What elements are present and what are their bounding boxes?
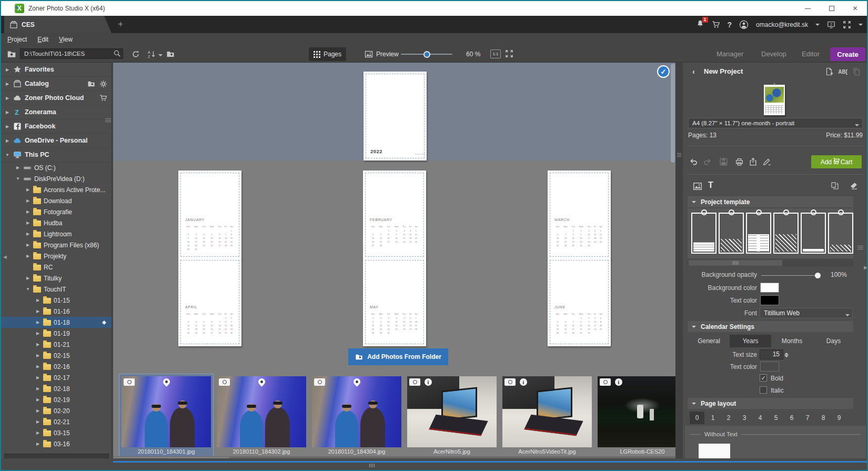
sort-chevron-icon[interactable] xyxy=(158,54,163,58)
tree-expander-icon[interactable]: ▶ xyxy=(35,364,41,369)
mode-manager[interactable]: Manager xyxy=(716,50,743,58)
photo-image[interactable] xyxy=(598,376,675,447)
one-to-one-button[interactable]: 1:1 xyxy=(490,49,501,58)
back-chevron-icon[interactable]: ‹ xyxy=(692,67,695,76)
tree-expander-icon[interactable]: ▶ xyxy=(35,397,41,402)
redo-icon[interactable] xyxy=(703,157,712,166)
zoom-slider-knob[interactable] xyxy=(423,51,430,58)
folder-item-03-16[interactable]: ▶03-16 xyxy=(1,438,112,449)
sidebar-source-zonerama[interactable]: ▶ZZonerama xyxy=(1,105,112,119)
mode-develop[interactable]: Develop xyxy=(761,50,786,58)
account-email[interactable]: omacko@kredit.sk xyxy=(756,21,808,28)
layout-tab-2[interactable]: 2 xyxy=(721,412,736,424)
calendar-page-april[interactable]: APRILSunMonTueWedThuFriSat12345678910111… xyxy=(178,258,241,346)
camera-icon[interactable] xyxy=(219,378,230,386)
chevron-right-icon[interactable]: ▶ xyxy=(5,124,10,129)
gear-icon[interactable] xyxy=(99,80,107,88)
menu-edit[interactable]: Edit xyxy=(37,36,48,43)
layout-tab-1[interactable]: 1 xyxy=(705,412,720,424)
rename-icon[interactable]: AB[ xyxy=(838,69,847,75)
new-folder-icon[interactable] xyxy=(166,50,175,58)
project-preview-thumbnail[interactable] xyxy=(764,85,785,115)
tree-expander-icon[interactable]: ▶ xyxy=(25,198,31,203)
tree-expander-icon[interactable]: ▶ xyxy=(35,375,41,380)
refresh-icon[interactable] xyxy=(132,50,140,58)
folder-item-projekty[interactable]: ▶Projekty xyxy=(1,250,112,262)
folder-item-03-15[interactable]: ▶03-15 xyxy=(1,427,112,438)
account-chevron-icon[interactable] xyxy=(815,24,820,28)
bottom-scroll-grip[interactable] xyxy=(369,464,375,467)
add-to-cart-button[interactable]: Add to Cart xyxy=(811,155,862,168)
menu-project[interactable]: Project xyxy=(7,36,27,43)
template-thumbnail-6[interactable] xyxy=(828,213,853,254)
layout-tab-7[interactable]: 7 xyxy=(800,412,815,424)
second-display-icon[interactable]: 2 xyxy=(827,21,835,29)
chevron-down-icon[interactable]: ▼ xyxy=(5,153,10,157)
folder-item-01-21[interactable]: ▶01-21 xyxy=(1,339,112,350)
camera-icon[interactable] xyxy=(504,378,516,386)
tree-expander-icon[interactable]: ▶ xyxy=(35,408,41,413)
info-icon[interactable]: i xyxy=(520,378,527,386)
sidebar-source-zoner-photo-cloud[interactable]: ▶Zoner Photo Cloud xyxy=(1,91,112,105)
folder-item-02-16[interactable]: ▶02-16 xyxy=(1,361,112,372)
template-thumbnail-2[interactable] xyxy=(719,213,744,254)
photo-image[interactable] xyxy=(217,376,306,447)
photo-image[interactable] xyxy=(407,376,497,447)
eraser-icon[interactable] xyxy=(850,182,858,190)
mode-create-button[interactable]: Create xyxy=(830,47,865,61)
folder-item-01-18[interactable]: ▶01-18 xyxy=(1,317,112,328)
tab-general[interactable]: General xyxy=(688,335,730,347)
font-select[interactable]: Titillium Web xyxy=(760,308,853,318)
folder-item-02-15[interactable]: ▶02-15 xyxy=(1,350,112,361)
section-project-template[interactable]: Project template xyxy=(688,196,853,207)
tab-days[interactable]: Days xyxy=(813,335,854,347)
folder-item-02-20[interactable]: ▶02-20 xyxy=(1,405,112,416)
folder-item-fotografie[interactable]: ▶Fotografie xyxy=(1,206,112,217)
tree-expander-icon[interactable]: ▶ xyxy=(25,187,31,192)
sidebar-source-this-pc[interactable]: ▼This PC xyxy=(1,148,112,162)
tree-expander-icon[interactable]: ▶ xyxy=(25,209,31,214)
duplicate-icon[interactable] xyxy=(852,67,861,76)
image-tool-tab[interactable] xyxy=(693,182,702,191)
text-tool-tab[interactable]: T xyxy=(708,181,713,190)
tab-months[interactable]: Months xyxy=(771,335,813,347)
maximize-button[interactable] xyxy=(820,1,843,16)
info-icon[interactable]: i xyxy=(615,378,622,386)
folder-item-01-16[interactable]: ▶01-16 xyxy=(1,306,112,317)
tree-expander-icon[interactable]: ▶ xyxy=(25,243,31,247)
tab-years[interactable]: Years xyxy=(730,335,771,347)
tree-expander-icon[interactable]: ▶ xyxy=(35,419,41,424)
workspace-scrollbar-thumb[interactable] xyxy=(671,64,675,163)
background-color-swatch[interactable] xyxy=(760,283,779,293)
folder-item-download[interactable]: ▶Download xyxy=(1,195,112,206)
folder-item-hudba[interactable]: ▶Hudba xyxy=(1,217,112,228)
tree-expander-icon[interactable]: ▶ xyxy=(35,309,41,314)
folder-item-touchit[interactable]: ▼TouchIT xyxy=(1,284,112,295)
chevron-right-icon[interactable]: ▶ xyxy=(5,138,10,143)
tree-expander-icon[interactable]: ▶ xyxy=(35,442,41,446)
tree-expander-icon[interactable]: ▼ xyxy=(25,287,31,292)
section-page-layout[interactable]: Page layout xyxy=(688,398,853,409)
user-avatar-icon[interactable] xyxy=(739,20,749,29)
zoom-slider[interactable] xyxy=(401,54,452,55)
search-icon[interactable] xyxy=(113,49,121,57)
preview-view-button[interactable]: Preview xyxy=(360,47,403,61)
sidebar-source-catalog[interactable]: ▶Catalog xyxy=(1,77,112,91)
tree-expander-icon[interactable]: ▶ xyxy=(35,320,41,325)
photo-thumbnail[interactable]: iAcerNitro5.jpg xyxy=(405,374,499,458)
tree-expander-icon[interactable]: ▶ xyxy=(25,221,31,225)
fit-to-screen-icon[interactable] xyxy=(505,49,513,58)
calendar-page-june[interactable]: JUNESunMonTueWedThuFriSat123456789101112… xyxy=(548,258,611,346)
cover-insert-text[interactable]: Insert Text xyxy=(415,153,426,155)
tree-expander-icon[interactable]: ▶ xyxy=(15,165,21,170)
tree-expander-icon[interactable]: ▶ xyxy=(25,232,31,236)
layout-tab-4[interactable]: 4 xyxy=(753,412,768,424)
add-folder-icon[interactable] xyxy=(87,80,95,88)
cart-icon[interactable] xyxy=(712,21,720,29)
sidebar-source-onedrive-personal[interactable]: ▶OneDrive - Personal xyxy=(1,134,112,148)
help-button[interactable]: ? xyxy=(728,21,732,29)
layout-tab-5[interactable]: 5 xyxy=(769,412,783,424)
tree-expander-icon[interactable]: ▶ xyxy=(35,298,41,303)
photo-image[interactable] xyxy=(312,376,401,447)
years-text-color-swatch[interactable] xyxy=(760,362,779,372)
